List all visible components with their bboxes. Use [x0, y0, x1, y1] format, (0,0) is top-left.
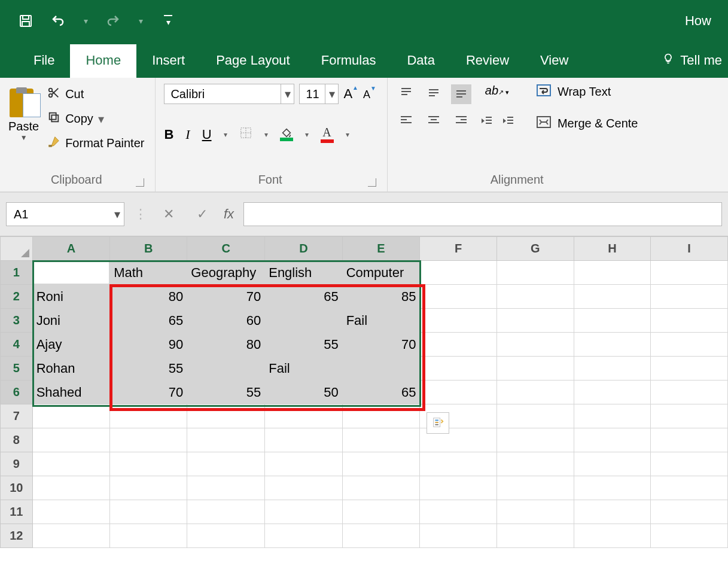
- copy-dropdown-icon[interactable]: ▾: [98, 112, 104, 126]
- worksheet-grid[interactable]: ABCDEFGHI1MathGeographyEnglishComputer2R…: [0, 236, 728, 548]
- cell[interactable]: [265, 404, 342, 428]
- cell[interactable]: [574, 381, 651, 404]
- cell[interactable]: [187, 452, 265, 476]
- cell[interactable]: [420, 285, 497, 309]
- align-bottom-button[interactable]: [451, 84, 471, 104]
- cell[interactable]: [110, 452, 187, 476]
- cell[interactable]: [32, 452, 110, 476]
- cell[interactable]: [420, 261, 497, 285]
- undo-dropdown-icon[interactable]: ▾: [81, 12, 90, 30]
- column-header[interactable]: I: [651, 237, 728, 261]
- cell[interactable]: 60: [187, 309, 265, 333]
- format-painter-button[interactable]: Format Painter: [47, 135, 144, 151]
- options-dots-icon[interactable]: ⋮: [134, 206, 147, 222]
- row-header[interactable]: 7: [1, 404, 33, 428]
- cell[interactable]: [265, 309, 342, 333]
- tab-review[interactable]: Review: [450, 44, 525, 78]
- borders-button[interactable]: [239, 126, 252, 143]
- underline-dropdown-icon[interactable]: ▾: [224, 130, 227, 139]
- cell[interactable]: 80: [110, 285, 187, 309]
- cell[interactable]: 55: [265, 333, 342, 357]
- cell[interactable]: Math: [110, 261, 187, 285]
- cell[interactable]: [651, 309, 728, 333]
- cell[interactable]: [497, 333, 574, 357]
- tell-me-search[interactable]: Tell me: [656, 44, 728, 78]
- row-header[interactable]: 12: [1, 524, 33, 548]
- fill-color-button[interactable]: [280, 128, 293, 141]
- column-header[interactable]: D: [265, 237, 342, 261]
- chevron-down-icon[interactable]: ▾: [325, 84, 338, 104]
- tab-view[interactable]: View: [525, 44, 584, 78]
- cell[interactable]: [651, 261, 728, 285]
- cell[interactable]: [497, 309, 574, 333]
- cell[interactable]: [574, 428, 651, 452]
- cell[interactable]: [342, 476, 420, 500]
- cell[interactable]: [497, 357, 574, 381]
- worksheet-area[interactable]: ABCDEFGHI1MathGeographyEnglishComputer2R…: [0, 236, 728, 548]
- row-header[interactable]: 3: [1, 309, 33, 333]
- cell[interactable]: [651, 333, 728, 357]
- cell[interactable]: 65: [342, 381, 420, 404]
- decrease-font-button[interactable]: A: [363, 87, 376, 101]
- cell[interactable]: 70: [110, 381, 187, 404]
- cell[interactable]: [574, 404, 651, 428]
- cell[interactable]: [651, 285, 728, 309]
- paste-options-button[interactable]: [427, 412, 449, 434]
- cell[interactable]: [187, 357, 265, 381]
- cell[interactable]: Geography: [187, 261, 265, 285]
- row-header[interactable]: 11: [1, 500, 33, 524]
- redo-icon[interactable]: [104, 12, 122, 30]
- orientation-button[interactable]: ab↗ ▾: [485, 84, 509, 98]
- cell[interactable]: [497, 428, 574, 452]
- cell[interactable]: [651, 524, 728, 548]
- cell[interactable]: [497, 500, 574, 524]
- font-launcher-icon[interactable]: [368, 178, 376, 187]
- cell[interactable]: [420, 452, 497, 476]
- fill-dropdown-icon[interactable]: ▾: [305, 130, 309, 139]
- cell[interactable]: [110, 476, 187, 500]
- bold-button[interactable]: B: [164, 127, 173, 142]
- cell[interactable]: [497, 381, 574, 404]
- row-header[interactable]: 5: [1, 357, 33, 381]
- cell[interactable]: [265, 452, 342, 476]
- chevron-down-icon[interactable]: ▾: [111, 203, 124, 226]
- cell[interactable]: [574, 261, 651, 285]
- cell[interactable]: [32, 476, 110, 500]
- column-header[interactable]: B: [110, 237, 187, 261]
- column-header[interactable]: F: [420, 237, 497, 261]
- cell[interactable]: Roni: [32, 285, 110, 309]
- cell[interactable]: 70: [342, 333, 420, 357]
- italic-button[interactable]: I: [185, 127, 190, 142]
- cell[interactable]: [497, 261, 574, 285]
- select-all-corner[interactable]: [1, 237, 33, 261]
- cell[interactable]: Joni: [32, 309, 110, 333]
- column-header[interactable]: H: [574, 237, 651, 261]
- cell[interactable]: [110, 428, 187, 452]
- cell[interactable]: [187, 404, 265, 428]
- cell[interactable]: [342, 524, 420, 548]
- row-header[interactable]: 4: [1, 333, 33, 357]
- cell[interactable]: 65: [265, 285, 342, 309]
- cell[interactable]: [420, 476, 497, 500]
- merge-center-button[interactable]: Merge & Cente: [536, 115, 638, 132]
- row-header[interactable]: 10: [1, 476, 33, 500]
- cell[interactable]: [110, 404, 187, 428]
- cell[interactable]: [574, 476, 651, 500]
- cell[interactable]: [420, 500, 497, 524]
- cell[interactable]: [187, 476, 265, 500]
- cell[interactable]: [32, 500, 110, 524]
- cell[interactable]: [497, 476, 574, 500]
- cell[interactable]: [187, 500, 265, 524]
- cell[interactable]: Computer: [342, 261, 420, 285]
- cell[interactable]: [651, 452, 728, 476]
- cell[interactable]: [651, 428, 728, 452]
- row-header[interactable]: 6: [1, 381, 33, 404]
- undo-icon[interactable]: [49, 12, 67, 30]
- cell[interactable]: 90: [110, 333, 187, 357]
- row-header[interactable]: 2: [1, 285, 33, 309]
- fx-icon[interactable]: fx: [224, 206, 234, 222]
- cell[interactable]: [32, 524, 110, 548]
- column-header[interactable]: G: [497, 237, 574, 261]
- cell[interactable]: Shahed: [32, 381, 110, 404]
- tab-formulas[interactable]: Formulas: [306, 44, 392, 78]
